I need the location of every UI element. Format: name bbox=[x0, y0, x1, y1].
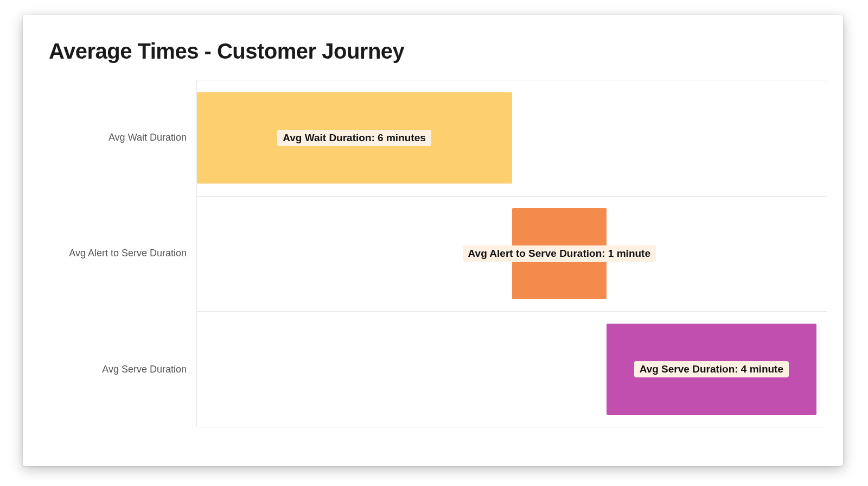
bar-data-label: Avg Serve Duration: 4 minute bbox=[634, 361, 789, 377]
chart-card: Average Times - Customer Journey Avg Wai… bbox=[23, 15, 843, 466]
bar-data-label: Avg Alert to Serve Duration: 1 minute bbox=[463, 245, 656, 262]
bar-data-label: Avg Wait Duration: 6 minutes bbox=[277, 130, 431, 146]
y-axis-labels: Avg Wait Duration Avg Alert to Serve Dur… bbox=[49, 80, 196, 427]
y-axis-category-label: Avg Alert to Serve Duration bbox=[69, 248, 187, 260]
y-axis-category-label: Avg Wait Duration bbox=[108, 132, 187, 144]
y-axis-category-label: Avg Serve Duration bbox=[102, 364, 187, 376]
plot-area: Avg Wait Duration: 6 minutesAvg Alert to… bbox=[196, 80, 827, 427]
chart-title: Average Times - Customer Journey bbox=[49, 39, 827, 64]
chart-area: Avg Wait Duration Avg Alert to Serve Dur… bbox=[49, 80, 827, 427]
